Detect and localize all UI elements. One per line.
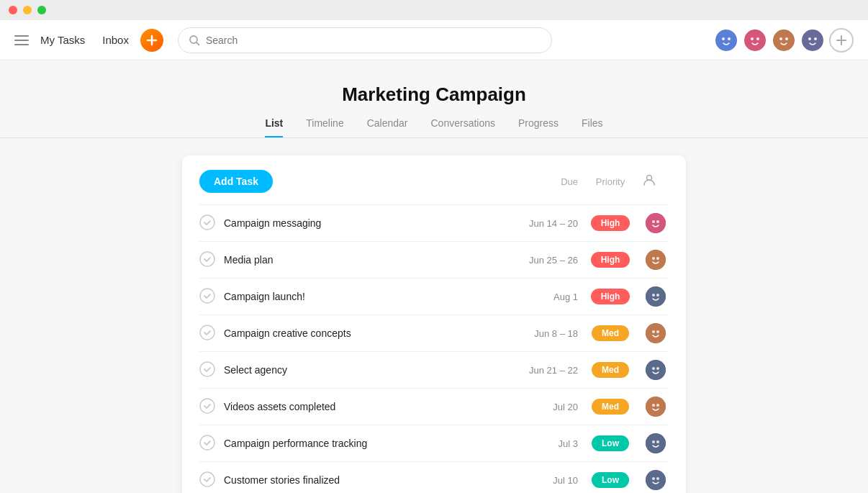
col-due-header: Due <box>499 176 578 187</box>
task-checkbox-4[interactable] <box>199 325 217 342</box>
task-checkbox-1[interactable] <box>199 214 217 232</box>
task-assignee-5 <box>643 360 669 380</box>
priority-badge-7: Low <box>592 435 629 451</box>
svg-point-40 <box>646 397 666 417</box>
task-priority-4: Med <box>578 325 643 341</box>
task-name-7: Campaign performance tracking <box>224 438 499 449</box>
header-cols: Due Priority <box>499 173 669 190</box>
tab-files[interactable]: Files <box>582 117 603 137</box>
title-bar <box>0 0 868 20</box>
task-due-5: Jun 21 – 22 <box>499 365 578 376</box>
task-due-2: Jun 25 – 26 <box>499 255 578 266</box>
task-due-8: Jul 10 <box>499 475 578 486</box>
avatar-3 <box>772 28 796 53</box>
task-priority-5: Med <box>578 362 643 378</box>
task-assignee-3 <box>643 286 669 307</box>
task-assignee-4 <box>643 323 669 343</box>
svg-point-8 <box>751 37 754 40</box>
task-due-7: Jul 3 <box>499 438 578 449</box>
svg-point-49 <box>652 477 655 480</box>
assignee-avatar-3 <box>646 286 666 307</box>
table-row: Select agency Jun 21 – 22 Med <box>199 351 669 388</box>
add-member-button[interactable] <box>829 28 854 53</box>
task-name-5: Select agency <box>224 364 499 376</box>
svg-point-10 <box>774 30 794 50</box>
assignee-icon <box>643 175 656 189</box>
task-priority-1: High <box>578 215 643 231</box>
task-name-4: Campaign creative concepts <box>224 327 499 339</box>
task-name-2: Media plan <box>224 254 499 266</box>
add-task-button[interactable]: Add Task <box>199 170 273 193</box>
task-checkbox-3[interactable] <box>199 288 217 305</box>
svg-point-39 <box>200 399 214 413</box>
project-title: Marketing Campaign <box>0 83 868 106</box>
task-checkbox-5[interactable] <box>199 361 217 379</box>
search-input[interactable] <box>206 35 541 46</box>
task-priority-8: Low <box>578 472 643 488</box>
priority-badge-8: Low <box>592 472 629 488</box>
task-priority-3: High <box>578 289 643 304</box>
svg-point-27 <box>200 289 214 303</box>
task-assignee-6 <box>643 397 669 417</box>
tab-list[interactable]: List <box>265 117 283 137</box>
svg-point-34 <box>656 330 659 333</box>
tabs: List Timeline Calendar Conversations Pro… <box>0 117 868 138</box>
task-checkbox-8[interactable] <box>199 471 217 489</box>
task-list-header: Add Task Due Priority <box>199 170 669 193</box>
task-priority-6: Med <box>578 399 643 415</box>
task-checkbox-2[interactable] <box>199 251 217 268</box>
task-name-1: Campaign messaging <box>224 217 499 229</box>
svg-point-31 <box>200 325 214 340</box>
task-due-3: Aug 1 <box>499 291 578 302</box>
svg-point-47 <box>200 472 214 487</box>
task-checkbox-7[interactable] <box>199 435 217 452</box>
svg-point-48 <box>646 470 666 490</box>
svg-point-21 <box>652 220 655 223</box>
assignee-avatar-1 <box>646 213 666 233</box>
task-due-1: Jun 14 – 20 <box>499 218 578 229</box>
svg-point-41 <box>652 404 655 407</box>
search-bar[interactable] <box>178 27 552 53</box>
avatar-1 <box>714 28 738 53</box>
svg-point-42 <box>656 404 659 407</box>
task-list-container: Add Task Due Priority Campaign me <box>182 155 686 493</box>
hamburger-icon[interactable] <box>14 35 29 45</box>
avatar-2 <box>743 28 767 53</box>
tab-calendar[interactable]: Calendar <box>367 117 408 137</box>
svg-point-30 <box>656 294 659 297</box>
search-icon <box>189 35 200 46</box>
assignee-avatar-4 <box>646 323 666 343</box>
table-row: Campaign messaging Jun 14 – 20 High <box>199 204 669 241</box>
tab-timeline[interactable]: Timeline <box>306 117 343 137</box>
close-btn[interactable] <box>9 6 17 14</box>
svg-point-7 <box>745 30 765 50</box>
svg-point-37 <box>652 367 655 370</box>
task-assignee-2 <box>643 250 669 270</box>
svg-point-33 <box>652 330 655 333</box>
svg-point-38 <box>656 367 659 370</box>
task-priority-2: High <box>578 252 643 268</box>
task-priority-7: Low <box>578 435 643 451</box>
nav-inbox[interactable]: Inbox <box>96 31 135 49</box>
priority-badge-1: High <box>591 215 630 231</box>
svg-point-35 <box>200 362 214 376</box>
tab-progress[interactable]: Progress <box>518 117 559 137</box>
add-button[interactable] <box>140 29 163 52</box>
svg-point-19 <box>200 215 214 230</box>
nav-my-tasks[interactable]: My Tasks <box>35 31 91 49</box>
table-row: Campaign launch! Aug 1 High <box>199 278 669 315</box>
svg-point-26 <box>656 257 659 260</box>
task-checkbox-6[interactable] <box>199 398 217 415</box>
project-title-row: Marketing Campaign <box>0 60 868 106</box>
task-assignee-7 <box>643 433 669 453</box>
tab-conversations[interactable]: Conversations <box>431 117 496 137</box>
svg-point-46 <box>656 440 659 443</box>
task-due-6: Jul 20 <box>499 402 578 412</box>
svg-point-6 <box>728 37 731 40</box>
minimize-btn[interactable] <box>23 6 32 14</box>
maximize-btn[interactable] <box>37 6 46 14</box>
svg-point-50 <box>656 477 659 480</box>
table-row: Campaign performance tracking Jul 3 Low <box>199 425 669 461</box>
assignee-avatar-2 <box>646 250 666 270</box>
priority-badge-5: Med <box>592 362 629 378</box>
